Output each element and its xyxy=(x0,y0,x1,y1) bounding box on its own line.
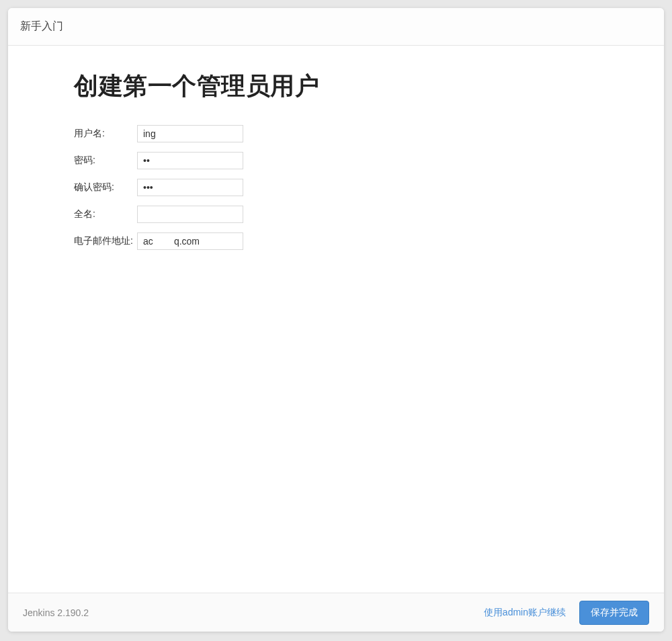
footer-actions: 使用admin账户继续 保存并完成 xyxy=(484,601,649,625)
password-label: 密码: xyxy=(74,155,137,167)
version-text: Jenkins 2.190.2 xyxy=(23,607,89,618)
titlebar: 新手入门 xyxy=(8,8,664,46)
email-input[interactable] xyxy=(137,232,243,250)
username-label: 用户名: xyxy=(74,128,137,140)
fullname-input[interactable] xyxy=(137,206,243,223)
setup-wizard-window: 新手入门 创建第一个管理员用户 用户名: 密码: 确认密码: 全名: 电子邮件 xyxy=(8,8,664,632)
footer: Jenkins 2.190.2 使用admin账户继续 保存并完成 xyxy=(8,593,664,632)
form-row-email: 电子邮件地址: xyxy=(74,230,598,252)
content-area: 创建第一个管理员用户 用户名: 密码: 确认密码: 全名: 电子邮件地址: xyxy=(8,46,664,593)
fullname-label: 全名: xyxy=(74,208,137,220)
form-row-confirm-password: 确认密码: xyxy=(74,177,598,198)
form-row-password: 密码: xyxy=(74,150,598,171)
password-input[interactable] xyxy=(137,152,243,169)
window-title: 新手入门 xyxy=(20,19,63,34)
save-and-finish-button[interactable]: 保存并完成 xyxy=(579,601,649,625)
confirm-password-input[interactable] xyxy=(137,179,243,196)
page-heading: 创建第一个管理员用户 xyxy=(74,70,598,103)
email-label: 电子邮件地址: xyxy=(74,235,137,247)
confirm-password-label: 确认密码: xyxy=(74,181,137,194)
continue-as-admin-link[interactable]: 使用admin账户继续 xyxy=(484,607,566,619)
username-input[interactable] xyxy=(137,125,243,142)
admin-user-form: 用户名: 密码: 确认密码: 全名: 电子邮件地址: xyxy=(74,123,598,252)
form-row-username: 用户名: xyxy=(74,123,598,144)
form-row-fullname: 全名: xyxy=(74,204,598,225)
